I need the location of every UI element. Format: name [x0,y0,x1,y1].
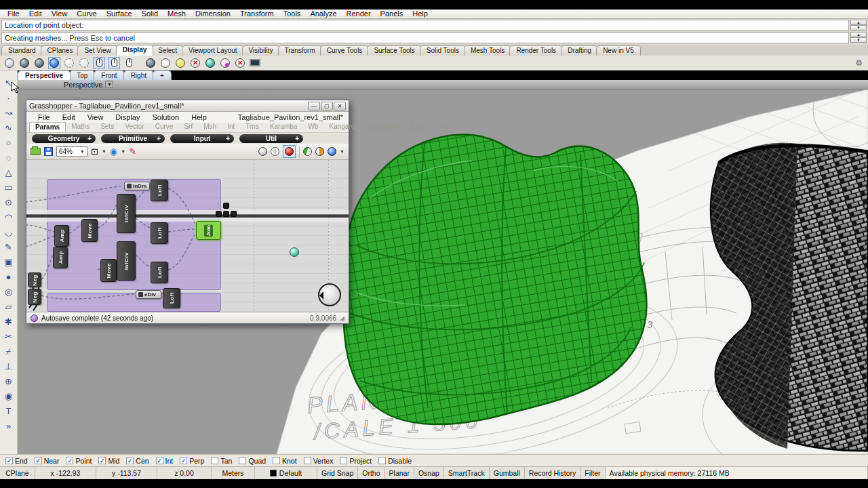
menu-item[interactable]: Mesh [163,9,191,18]
polyline-icon[interactable]: ↝ [2,106,16,120]
group-icon[interactable]: ⊕ [2,374,16,388]
gh-menu-item[interactable]: Edit [56,113,81,122]
osnap-checkbox[interactable]: Project [340,457,372,465]
trim-icon[interactable]: ✂ [2,329,16,344]
grasshopper-window[interactable]: Grasshopper - Tagliabue_Pavilion_rev1_sm… [26,100,349,324]
shaded-display-icon[interactable] [18,57,31,69]
box-icon[interactable]: ▣ [2,255,16,269]
category-dropdown[interactable]: Primitive [101,134,165,143]
viewport-tab[interactable]: Front [94,70,124,80]
cplane-cell[interactable]: CPlane [0,467,35,479]
curve-icon[interactable]: ∿ [2,121,16,135]
gh-menu-item[interactable]: File [32,113,56,122]
point-circle-icon[interactable]: ⊙ [2,195,16,209]
toolbar-tab[interactable]: Surface Tools [367,45,421,56]
viewport-tab[interactable]: Top [69,70,95,80]
surface-pen-icon[interactable]: ✎ [2,240,16,254]
ghosted-display-icon[interactable] [63,57,75,69]
toolbar-tab[interactable]: Standard [1,45,43,56]
osnap-checkbox[interactable]: Int [156,457,174,465]
command-prompt-line[interactable]: Location of point object: [1,20,849,30]
menu-item[interactable]: File [3,9,24,18]
artistic-display-icon[interactable] [159,57,172,69]
scroll-down-icon[interactable]: ▼ [850,37,867,43]
zoom-mouse-icon[interactable] [123,57,135,69]
gh-tab[interactable]: Srf [178,122,198,132]
osnap-checkbox[interactable]: Knot [273,457,297,465]
zoom-extents-icon[interactable]: ⊡ [91,146,98,157]
gh-tab[interactable]: Params [29,122,66,132]
join-icon[interactable]: ⊥ [2,359,16,373]
gh-tab[interactable]: Msh [198,122,222,132]
circle-icon[interactable]: ○ [2,136,16,150]
toolbar-tab[interactable]: Solid Tools [420,45,466,56]
custom-preview-icon[interactable] [328,147,336,156]
menu-item[interactable]: Transform [235,9,279,18]
toolbar-tab[interactable]: Curve Tools [320,45,370,56]
toolbar-tab[interactable]: Drafting [561,45,598,56]
wireframe-preview-icon[interactable] [271,147,279,156]
toolbar-tab[interactable]: Render Tools [509,45,563,56]
gh-menu-item[interactable]: Solution [146,113,185,122]
rendered-display-icon[interactable] [33,57,45,69]
units-cell[interactable]: Meters [212,467,255,479]
fullscreen-display-icon[interactable] [249,57,261,69]
gh-node[interactable]: Move [100,259,117,282]
arc-icon[interactable]: ◠ [2,210,16,224]
fillet-icon[interactable]: ◉ [2,389,16,403]
menu-item[interactable]: Render [342,9,376,18]
status-toggle[interactable]: Ortho [358,467,384,479]
menu-item[interactable]: Panels [376,9,408,18]
gh-tab[interactable]: Karamba [264,122,303,132]
flat-shade-icon[interactable] [189,57,201,69]
gh-tab[interactable]: User [432,122,457,132]
zoom-select[interactable]: 64% ▼ [56,146,87,157]
disable-shade-icon[interactable] [234,57,246,69]
shaded-preview-icon[interactable] [285,147,294,156]
menu-item[interactable]: Dimension [191,9,235,18]
gh-node[interactable]: Neg [28,289,41,305]
preview-eye-icon[interactable]: ◉ [110,146,117,157]
toolbar-tab[interactable]: Transform [278,45,322,56]
wireframe-display-icon[interactable] [3,57,16,69]
category-dropdown[interactable]: Util [239,134,303,143]
gh-menu-item[interactable]: Display [109,113,146,122]
toolbar-tab[interactable]: Viewport Layout [182,45,244,56]
osnap-checkbox[interactable]: End [5,457,28,465]
document-preview-icon[interactable] [315,147,324,156]
gh-node[interactable]: Move [81,219,98,242]
menu-item[interactable]: Help [408,9,433,18]
minimize-button[interactable]: — [308,102,320,110]
gh-tab[interactable]: Curve [150,122,179,132]
command-status-line[interactable]: Creating meshes... Press Esc to cancel [1,33,849,43]
gh-tab[interactable]: Int [222,122,240,132]
patch-icon[interactable]: ◡ [2,225,16,239]
osnap-checkbox[interactable]: Near [35,457,60,465]
gear-icon[interactable]: ⚙ [855,58,863,68]
gh-node[interactable]: Amp [53,247,68,268]
more-tools-icon[interactable]: » [2,419,16,433]
ellipse-icon[interactable]: ◌ [2,150,16,165]
pan-mouse-icon[interactable] [93,57,105,69]
rectangle-icon[interactable]: ▭ [2,180,16,195]
explode-icon[interactable]: ✱ [2,314,16,329]
viewport-menu-caret-icon[interactable]: ▼ [105,81,113,88]
status-toggle[interactable]: Grid Snap [317,467,358,479]
gh-node[interactable]: Loft [163,288,180,308]
toolbar-tab[interactable]: Mesh Tools [464,45,511,56]
active-display-mode-icon[interactable] [48,57,60,69]
menu-item[interactable]: Curve [72,9,101,18]
gh-tab[interactable]: LunchBox [364,122,405,132]
pen-display-icon[interactable] [174,57,186,69]
close-button[interactable]: ✕ [334,102,346,110]
menu-item[interactable]: Tools [279,9,306,18]
rotate-mouse-icon[interactable] [108,57,120,69]
gh-node[interactable]: Loft [151,262,168,283]
gh-tab[interactable]: Trns [240,122,264,132]
gh-tab[interactable]: Kangaroo [323,122,363,132]
gh-tab[interactable]: Sets [95,122,119,132]
viewport-tab[interactable]: + [153,70,172,80]
viewport-titlebar[interactable]: Perspective ▼ [18,80,868,89]
gh-tab[interactable]: Maths [66,122,95,132]
menu-item[interactable]: Analyze [305,9,341,18]
